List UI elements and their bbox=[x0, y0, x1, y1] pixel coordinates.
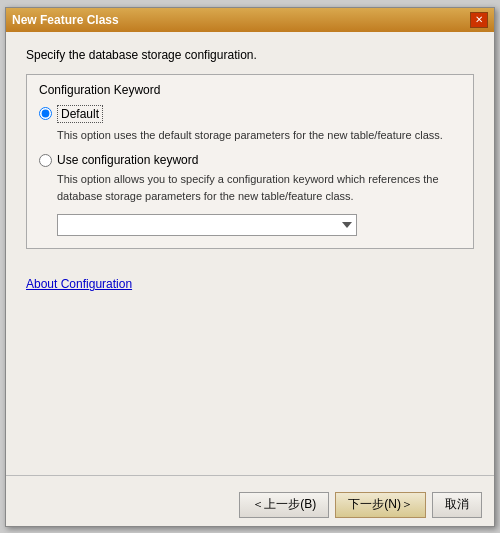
radio-row-default: Default bbox=[39, 105, 461, 123]
footer: ＜上一步(B) 下一步(N)＞ 取消 bbox=[6, 484, 494, 526]
title-bar-controls: ✕ bbox=[470, 12, 488, 28]
main-content: Specify the database storage configurati… bbox=[6, 32, 494, 475]
footer-separator bbox=[6, 475, 494, 476]
dialog-window: New Feature Class ✕ Specify the database… bbox=[5, 7, 495, 527]
group-title: Configuration Keyword bbox=[39, 83, 461, 97]
instruction-text: Specify the database storage configurati… bbox=[26, 48, 474, 62]
config-keyword-dropdown[interactable] bbox=[57, 214, 357, 236]
configuration-group: Configuration Keyword Default This optio… bbox=[26, 74, 474, 250]
next-button[interactable]: 下一步(N)＞ bbox=[335, 492, 426, 518]
close-button[interactable]: ✕ bbox=[470, 12, 488, 28]
radio-default-label[interactable]: Default bbox=[57, 105, 103, 123]
about-configuration-link[interactable]: About Configuration bbox=[26, 277, 132, 291]
cancel-button[interactable]: 取消 bbox=[432, 492, 482, 518]
radio-default[interactable] bbox=[39, 107, 52, 120]
dropdown-row bbox=[57, 214, 461, 236]
title-bar: New Feature Class ✕ bbox=[6, 8, 494, 32]
radio-row-keyword: Use configuration keyword bbox=[39, 153, 461, 167]
radio-keyword[interactable] bbox=[39, 154, 52, 167]
back-button[interactable]: ＜上一步(B) bbox=[239, 492, 329, 518]
window-title: New Feature Class bbox=[12, 13, 119, 27]
description-default: This option uses the default storage par… bbox=[57, 127, 461, 144]
link-area: About Configuration bbox=[26, 277, 474, 459]
description-keyword: This option allows you to specify a conf… bbox=[57, 171, 461, 204]
radio-keyword-label[interactable]: Use configuration keyword bbox=[57, 153, 198, 167]
